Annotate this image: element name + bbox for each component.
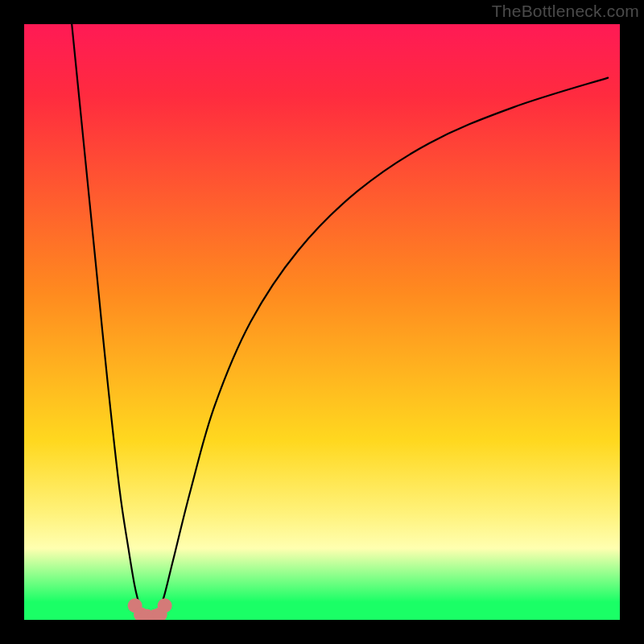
bottleneck-curve: [24, 24, 620, 620]
curve-right-branch: [159, 78, 609, 614]
chart-frame: TheBottleneck.com: [0, 0, 644, 644]
watermark-text: TheBottleneck.com: [492, 2, 639, 21]
valley-marker: [158, 598, 172, 613]
curve-left-branch: [72, 24, 142, 614]
plot-area: [24, 24, 620, 620]
